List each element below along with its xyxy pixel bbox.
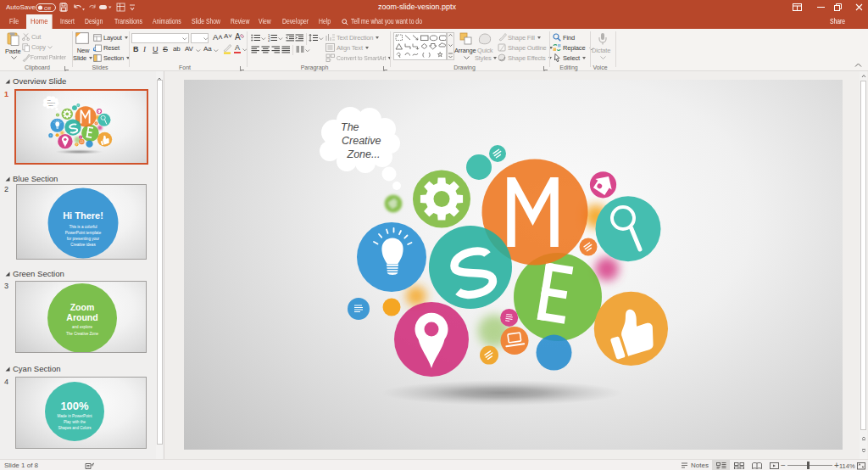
svg-text:This is a colorful: This is a colorful <box>69 225 97 229</box>
svg-text:Creative ideas: Creative ideas <box>70 243 96 247</box>
svg-text:for presenting your: for presenting your <box>67 237 100 241</box>
svg-text:PowerPoint template: PowerPoint template <box>65 231 102 235</box>
svg-text:Around: Around <box>66 312 97 322</box>
svg-text:100%: 100% <box>60 400 89 412</box>
svg-text:A: A <box>235 32 241 42</box>
svg-text:and explore: and explore <box>72 325 92 329</box>
svg-text:Off: Off <box>44 5 51 10</box>
svg-text:Shapes and Colors: Shapes and Colors <box>58 426 92 430</box>
svg-text:2: 2 <box>268 38 270 42</box>
svg-text:Hi There!: Hi There! <box>63 210 103 221</box>
svg-text:Made in PowerPoint: Made in PowerPoint <box>57 414 92 418</box>
svg-text:Zoom: Zoom <box>70 302 95 312</box>
svg-text:Play with the: Play with the <box>64 420 86 424</box>
svg-text:The Creative Zone: The Creative Zone <box>66 332 98 336</box>
